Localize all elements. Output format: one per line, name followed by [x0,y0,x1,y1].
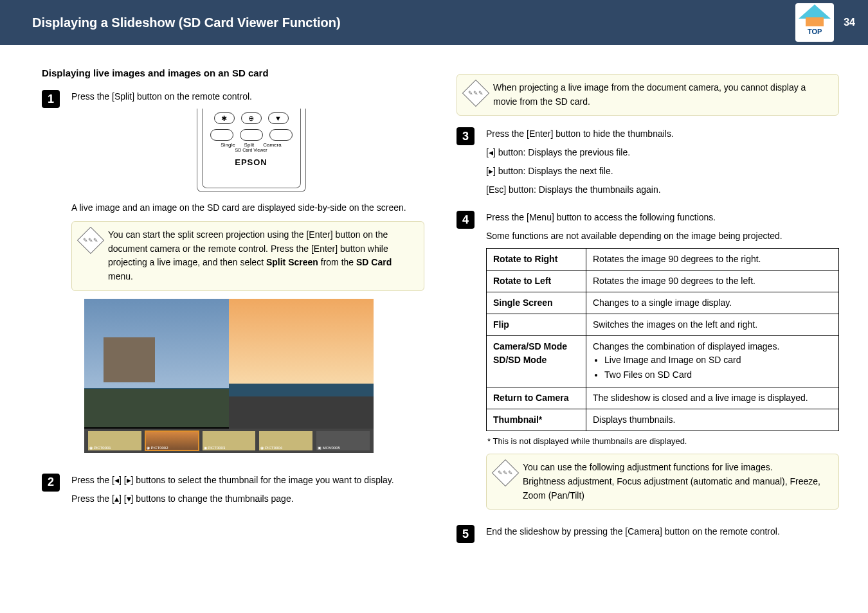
remote-split-label: Split [244,142,255,148]
thumb-3: ◉ PICT0003 [203,431,256,450]
right-column: ✎✎✎ When projecting a live image from th… [457,67,839,553]
step-4-sub: Some functions are not available dependi… [486,229,839,243]
step-4: 4 Press the [Menu] button to access the … [457,211,839,516]
thumb-4: ◉ PICT0004 [259,431,312,450]
remote-sd-label: SD Card Viewer [203,148,300,152]
right-arrow-icon: ▸ [127,475,131,485]
step-3-intro: Press the [Enter] button to hide the thu… [486,127,839,141]
step-badge-2: 2 [42,474,60,492]
step-3-body: Press the [Enter] button to hide the thu… [486,127,839,202]
remote-down-icon: ▼ [268,112,289,124]
note-icon: ✎✎✎ [492,459,519,486]
top-link[interactable]: TOP [795,3,834,42]
thumb-5: ▣ MOV0005 [316,431,370,450]
thumb-2-selected: ◉ PICT0002 [145,431,199,450]
house-roof-icon [799,4,831,19]
note-top-right-text: When projecting a live image from the do… [493,81,829,109]
note-icon: ✎✎✎ [77,227,104,254]
table-row: FlipSwitches the images on the left and … [487,314,839,336]
step-2-line1: Press the [◂] [▸] buttons to select the … [71,474,424,487]
table-row: Single ScreenChanges to a single image d… [487,292,839,314]
page-body: Displaying live images and images on an … [0,45,868,565]
note-3-text: You can use the following adjustment fun… [523,461,829,502]
remote-freeze-icon: ✱ [214,112,235,124]
table-row: Rotate to LeftRotates the image 90 degre… [487,271,839,292]
header-right: TOP 34 [795,3,855,42]
left-column: Displaying live images and images on an … [42,67,424,553]
remote-zoom-icon: ⊕ [241,112,262,124]
table-row: Camera/SD ModeSD/SD Mode Changes the com… [487,336,839,387]
remote-single-label: Single [221,142,235,148]
table-row: Return to CameraThe slideshow is closed … [487,387,839,409]
remote-illustration: ✱ ⊕ ▼ Single Split Camera [184,109,312,192]
remote-single-button [210,129,233,141]
step-4-body: Press the [Menu] button to access the fo… [486,211,839,516]
remote-brand: EPSON [203,157,300,167]
table-row: Rotate to RightRotates the image 90 degr… [487,249,839,271]
top-label: TOP [808,28,822,35]
page-number: 34 [844,17,855,28]
step-3-prev: [◂] button: Displays the previous file. [486,146,839,159]
table-footnote: * This is not displayed while thumbnails… [487,436,839,446]
step-2-line2: Press the [▴] [▾] buttons to change the … [71,492,424,506]
functions-table: Rotate to RightRotates the image 90 degr… [486,248,839,431]
step-5-text: End the slideshow by pressing the [Camer… [486,525,839,538]
header-bar: Displaying a Slideshow (SD Card Viewer F… [0,0,868,45]
page-title: Displaying a Slideshow (SD Card Viewer F… [32,15,341,30]
step-3-next: [▸] button: Displays the next file. [486,164,839,178]
step-5: 5 End the slideshow by pressing the [Cam… [457,525,839,544]
thumb-1: ◉ PICT0001 [88,431,141,450]
left-arrow-icon: ◂ [114,475,119,485]
remote-split-button [240,129,263,141]
remote-camera-label: Camera [263,142,281,148]
split-screen-illustration: ◉ PICT0001 ◉ PICT0002 ◉ PICT0003 ◉ PICT0… [84,299,374,453]
step-3: 3 Press the [Enter] button to hide the t… [457,127,839,202]
house-body-icon [806,17,824,26]
left-arrow-icon: ◂ [489,147,493,157]
step-1-intro: Press the [Split] button on the remote c… [71,90,424,103]
note-box-top-right: ✎✎✎ When projecting a live image from th… [457,74,839,116]
thumbnail-strip: ◉ PICT0001 ◉ PICT0002 ◉ PICT0003 ◉ PICT0… [84,429,374,453]
down-arrow-icon: ▾ [127,493,131,504]
table-row: Thumbnail*Displays thumbnails. [487,409,839,431]
note-1-text: You can start the split screen projectio… [108,228,415,284]
note-box-3: ✎✎✎ You can use the following adjustment… [486,454,839,510]
remote-camera-button [269,129,293,141]
step-1: 1 Press the [Split] button on the remote… [42,90,424,465]
step-badge-3: 3 [457,127,475,145]
right-arrow-icon: ▸ [489,166,493,176]
step-badge-5: 5 [457,525,475,543]
note-icon: ✎✎✎ [462,80,489,107]
step-4-intro: Press the [Menu] button to access the fo… [486,211,839,224]
step-1-after: A live image and an image on the SD card… [71,201,424,215]
up-arrow-icon: ▴ [114,493,119,504]
step-2: 2 Press the [◂] [▸] buttons to select th… [42,474,424,511]
step-2-body: Press the [◂] [▸] buttons to select the … [71,474,424,511]
step-badge-4: 4 [457,211,475,229]
step-3-esc: [Esc] button: Displays the thumbnails ag… [486,183,839,197]
step-badge-1: 1 [42,90,60,108]
step-5-body: End the slideshow by pressing the [Camer… [486,525,839,544]
step-1-body: Press the [Split] button on the remote c… [71,90,424,465]
note-box-1: ✎✎✎ You can start the split screen proje… [71,221,424,291]
section-heading: Displaying live images and images on an … [42,67,424,78]
